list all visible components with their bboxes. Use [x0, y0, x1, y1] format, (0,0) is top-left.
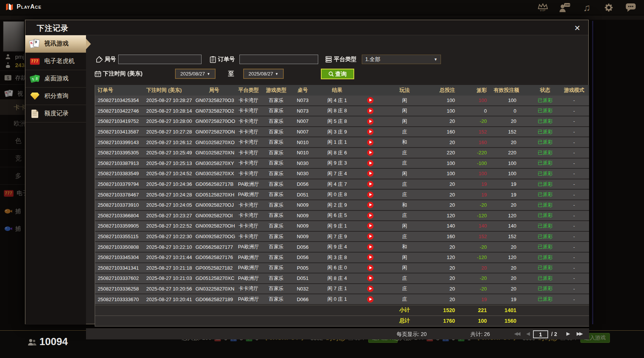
sidebar-item-table-games[interactable]: $$ 桌面游戏 — [25, 70, 86, 88]
col-header-bet-time: 下注时间 (美东) — [144, 87, 193, 94]
music-icon[interactable]: ♫ — [580, 2, 593, 14]
cell-round-no: GN010258270XO — [193, 140, 235, 145]
cell-payout: 160 — [466, 140, 494, 145]
cell-valid-bet: 20 — [494, 202, 531, 208]
cell-bet-type: 闲 — [381, 170, 428, 177]
replay-play-icon[interactable] — [367, 108, 374, 114]
replay-play-icon[interactable] — [367, 275, 374, 281]
cell-platform: PA欧洲厅 — [235, 264, 262, 271]
replay-play-icon[interactable] — [367, 129, 374, 135]
cell-status: 已派彩 — [531, 285, 559, 292]
sidebar-item-points-query[interactable]: 积分查询 — [25, 88, 86, 105]
cell-result: 闲 0 庄 1 — [315, 296, 360, 303]
col-header-platform: 平台类型 — [235, 87, 262, 94]
replay-play-icon[interactable] — [367, 170, 374, 177]
table-row: 250827103359905 2025-08-27 10:22:52 GN00… — [95, 221, 589, 232]
cell-platform: 卡卡湾厅 — [235, 139, 262, 146]
cell-payout: -220 — [466, 150, 494, 155]
col-header-order-no: 订单号 — [95, 87, 144, 94]
cell-table-no: N007 — [291, 118, 315, 124]
replay-play-icon[interactable] — [367, 233, 374, 240]
round-no-input[interactable] — [118, 55, 202, 64]
customer-service-icon[interactable] — [558, 2, 571, 14]
cell-platform: 卡卡湾厅 — [235, 202, 262, 209]
cell-table-no: D051 — [291, 275, 315, 281]
replay-play-icon[interactable] — [367, 160, 374, 166]
grand-total-payout: 100 — [466, 318, 494, 324]
replay-play-icon[interactable] — [367, 149, 374, 156]
cell-order-no: 250827103378467 — [95, 192, 144, 198]
last-page-button[interactable]: ▶▶ — [577, 331, 582, 336]
replay-play-icon[interactable] — [367, 181, 374, 187]
search-button[interactable]: 查询 — [321, 69, 354, 79]
replay-play-icon[interactable] — [367, 286, 374, 292]
table-row: 250827103425354 2025-08-27 10:28:27 GN07… — [95, 96, 589, 106]
replay-play-icon[interactable] — [367, 97, 374, 104]
cell-bet-type: 闲 — [381, 264, 428, 271]
first-page-button[interactable]: ◀◀ — [514, 331, 519, 336]
vip-icon[interactable]: VIP — [536, 2, 549, 14]
page-input[interactable] — [533, 330, 548, 338]
sidebar-item-video-games[interactable]: K9 视讯游戏 — [25, 35, 86, 53]
date-from-select[interactable]: 2025/08/27▼ — [175, 69, 216, 79]
close-icon[interactable]: ✕ — [572, 23, 582, 33]
replay-play-icon[interactable] — [367, 192, 374, 198]
cell-valid-bet: 152 — [494, 234, 531, 239]
settings-gear-icon[interactable] — [602, 2, 615, 14]
chat-icon[interactable] — [624, 2, 637, 14]
diamond-icon — [29, 91, 41, 102]
cell-round-no: GD051258270XH — [193, 192, 235, 198]
order-no-input[interactable] — [239, 55, 318, 64]
table-row: 250827103355115 2025-08-27 10:22:30 GN00… — [95, 232, 589, 242]
cell-total-bet: 220 — [428, 150, 466, 155]
cell-order-no: 250827103413587 — [95, 129, 144, 135]
cell-game-mode: - — [559, 129, 589, 135]
col-header-game-type: 游戏类型 — [262, 87, 291, 94]
replay-play-icon[interactable] — [367, 244, 374, 250]
prev-page-button[interactable]: ◀ — [526, 331, 529, 336]
cell-game-mode: - — [559, 140, 589, 145]
cell-bet-type: 闲 — [381, 254, 428, 261]
money-bag-icon — [4, 61, 12, 69]
replay-play-icon[interactable] — [367, 202, 374, 208]
fish-icon-2 — [4, 225, 12, 233]
cell-round-no: GN009258270OG — [193, 234, 235, 239]
fish-game-label-2: 捕 — [15, 225, 21, 232]
cell-order-no: 250827103379794 — [95, 181, 144, 187]
cell-round-no: GN009258270OJ — [193, 202, 235, 208]
cell-table-no: D056 — [291, 254, 315, 260]
chevron-down-icon: ▼ — [434, 57, 438, 61]
date-to-select[interactable]: 2025/08/27▼ — [243, 69, 284, 79]
cell-round-no: GN010258270XN — [193, 150, 235, 155]
cell-game-mode: - — [559, 234, 589, 239]
playace-logo[interactable]: PlayAce — [5, 3, 42, 11]
cell-result: 闲 4 庄 1 — [315, 97, 360, 104]
cell-replay — [360, 97, 381, 104]
cell-table-no: N032 — [291, 286, 315, 292]
col-header-total-bet: 总投注 — [428, 87, 466, 94]
replay-play-icon[interactable] — [367, 223, 374, 229]
next-page-button[interactable]: ▶ — [566, 331, 569, 336]
replay-play-icon[interactable] — [367, 254, 374, 261]
cell-payout: 152 — [466, 234, 494, 239]
cell-platform: 卡卡湾厅 — [235, 285, 262, 292]
cell-replay — [360, 118, 381, 124]
sidebar-item-quota-records[interactable]: 额度记录 — [25, 105, 86, 122]
cell-result: 闲 5 庄 8 — [315, 118, 360, 125]
cell-payout: -20 — [466, 118, 494, 124]
replay-play-icon[interactable] — [367, 212, 374, 219]
cell-total-bet: 20 — [428, 265, 466, 271]
replay-play-icon[interactable] — [367, 139, 374, 146]
cell-valid-bet: 0 — [494, 108, 531, 114]
cell-order-no: 250827103333670 — [95, 297, 144, 302]
replay-play-icon[interactable] — [367, 118, 374, 125]
cell-game-type: 百家乐 — [262, 202, 291, 209]
platform-type-select[interactable]: 1.全部 ▼ — [362, 55, 441, 64]
sidebar-item-slots[interactable]: 777 电子老虎机 — [25, 53, 86, 70]
cell-order-no: 250827103337602 — [95, 275, 144, 281]
replay-play-icon[interactable] — [367, 265, 374, 271]
cell-game-mode: - — [559, 192, 589, 198]
replay-play-icon[interactable] — [367, 296, 374, 303]
cell-total-bet: 20 — [428, 140, 466, 145]
col-header-status: 状态 — [531, 87, 559, 94]
